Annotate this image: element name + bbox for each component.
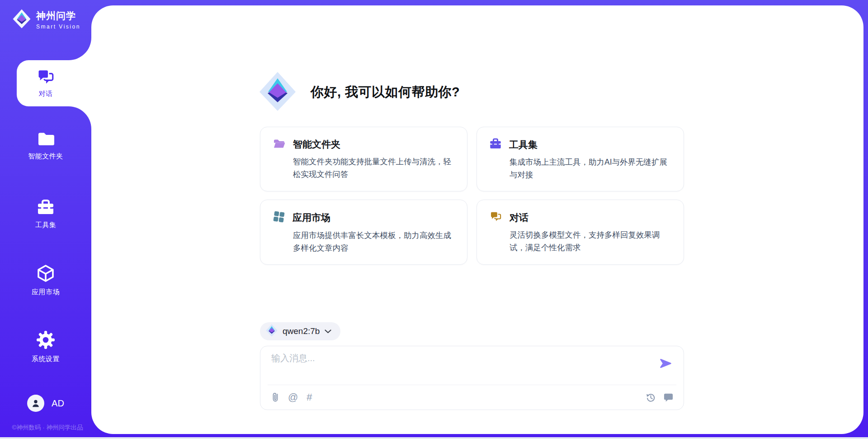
mention-icon[interactable]: @	[288, 392, 298, 402]
card-title: 对话	[509, 211, 528, 224]
user-name: AD	[52, 398, 64, 409]
card-description: 集成市场上主流工具，助力AI与外界无缝扩展与对接	[509, 156, 673, 181]
message-bubble-icon[interactable]	[663, 392, 674, 402]
user-account[interactable]: AD	[0, 395, 91, 412]
sidebar-item-smart-folder[interactable]: 智能文件夹	[0, 130, 91, 161]
card-description: 应用市场提供丰富长文本模板，助力高效生成多样化文章内容	[293, 229, 456, 254]
bottom-edge-strip	[0, 437, 868, 439]
message-input[interactable]	[271, 352, 652, 380]
chat-icon	[490, 211, 502, 224]
brand-name: 神州问学	[36, 10, 80, 22]
toolbox-icon	[490, 138, 501, 151]
model-selector[interactable]: qwen2:7b	[260, 322, 340, 340]
model-name: qwen2:7b	[283, 326, 320, 336]
sidebar-item-label: 智能文件夹	[28, 152, 63, 161]
hashtag-icon[interactable]: #	[307, 392, 312, 402]
greeting-text: 你好, 我可以如何帮助你?	[311, 83, 460, 101]
history-icon[interactable]	[646, 392, 656, 403]
sidebar-item-label: 应用市场	[32, 288, 60, 296]
sidebar-item-chat[interactable]: 对话	[0, 60, 91, 106]
feature-cards: 智能文件夹 智能文件夹功能支持批量文件上传与清洗，轻松实现文件问答 工具集 集成…	[260, 127, 684, 265]
brand-subtitle: Smart Vision	[36, 24, 80, 30]
folder-icon	[37, 130, 55, 148]
avatar	[27, 395, 44, 412]
card-title: 工具集	[509, 138, 538, 151]
composer-toolbar: @ #	[271, 385, 674, 410]
card-chat[interactable]: 对话 灵活切换多模型文件，支持多样回复效果调试，满足个性化需求	[476, 200, 684, 265]
sidebar-item-app-market[interactable]: 应用市场	[0, 264, 91, 296]
card-smart-folder[interactable]: 智能文件夹 智能文件夹功能支持批量文件上传与清洗，轻松实现文件问答	[260, 127, 467, 191]
greeting: 你好, 我可以如何帮助你?	[259, 72, 460, 113]
tab-scoop-top	[69, 38, 91, 60]
tab-scoop-bottom	[69, 106, 91, 129]
card-app-market[interactable]: 应用市场 应用市场提供丰富长文本模板，助力高效生成多样化文章内容	[260, 200, 467, 265]
card-title: 智能文件夹	[293, 138, 340, 151]
folder-open-icon	[273, 138, 285, 151]
card-toolset[interactable]: 工具集 集成市场上主流工具，助力AI与外界无缝扩展与对接	[476, 127, 684, 191]
toolbox-icon	[37, 199, 55, 217]
chat-icon	[37, 69, 55, 86]
sidebar-item-toolset[interactable]: 工具集	[0, 199, 91, 229]
sidebar-item-label: 工具集	[35, 221, 57, 229]
sidebar-item-label: 系统设置	[32, 355, 60, 363]
send-icon[interactable]	[660, 358, 672, 371]
gear-icon	[36, 330, 55, 351]
message-composer: @ #	[260, 346, 684, 410]
card-description: 灵活切换多模型文件，支持多样回复效果调试，满足个性化需求	[509, 229, 673, 254]
grid-icon	[273, 211, 285, 224]
sidebar-item-settings[interactable]: 系统设置	[0, 330, 91, 363]
brand: 神州问学 Smart Vision	[13, 9, 80, 30]
attachment-icon[interactable]	[271, 392, 279, 403]
cube-icon	[37, 264, 55, 284]
card-title: 应用市场	[292, 211, 330, 224]
card-description: 智能文件夹功能支持批量文件上传与清洗，轻松实现文件问答	[293, 155, 456, 181]
assistant-gem-icon	[259, 72, 296, 113]
sidebar-item-label: 对话	[39, 90, 53, 98]
model-gem-icon	[266, 324, 278, 339]
chevron-down-icon	[325, 327, 331, 335]
sidebar-footer: ©神州数码 · 神州问学出品	[0, 424, 95, 432]
brand-logo-gem-icon	[13, 9, 31, 30]
